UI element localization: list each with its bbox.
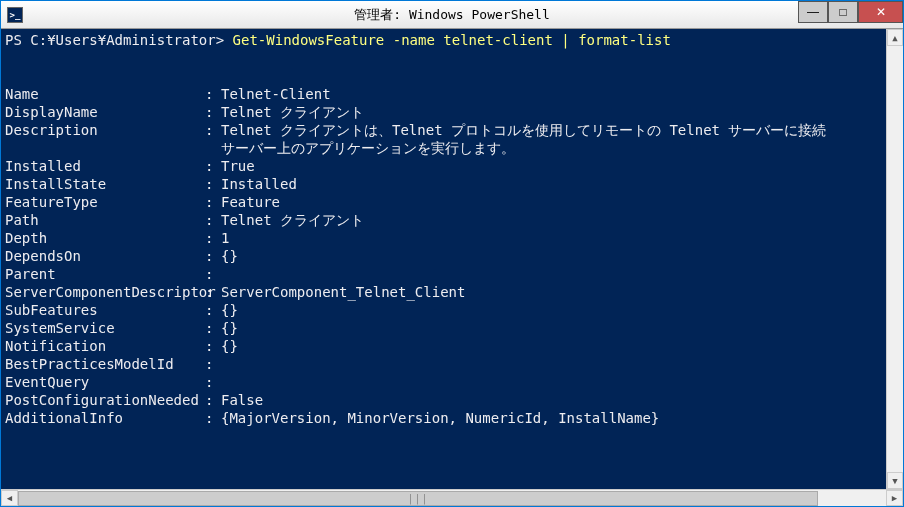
scroll-down-button[interactable]: ▼ [887, 472, 903, 489]
scroll-right-button[interactable]: ▶ [886, 490, 903, 506]
property-row: Depth: 1 [5, 229, 882, 247]
property-key: Installed [5, 157, 205, 175]
property-row: Parent: [5, 265, 882, 283]
titlebar[interactable]: >_ 管理者: Windows PowerShell — □ ✕ [1, 1, 903, 29]
window-title: 管理者: Windows PowerShell [354, 6, 550, 24]
hscroll-track[interactable]: ||| [18, 490, 886, 506]
property-separator: : [205, 409, 221, 427]
vertical-scrollbar[interactable]: ▲ ▼ [886, 29, 903, 489]
property-value: True [221, 158, 255, 174]
property-key: EventQuery [5, 373, 205, 391]
property-row: ServerComponentDescriptor: ServerCompone… [5, 283, 882, 301]
property-row: Path: Telnet クライアント [5, 211, 882, 229]
powershell-icon: >_ [7, 7, 23, 23]
property-separator: : [205, 211, 221, 229]
scroll-up-button[interactable]: ▲ [887, 29, 903, 46]
blank-line [5, 67, 882, 85]
property-row: SubFeatures: {} [5, 301, 882, 319]
property-row: Name: Telnet-Client [5, 85, 882, 103]
powershell-window: >_ 管理者: Windows PowerShell — □ ✕ PS C:¥U… [0, 0, 904, 507]
property-key: Parent [5, 265, 205, 283]
property-row: EventQuery: [5, 373, 882, 391]
property-row: FeatureType: Feature [5, 193, 882, 211]
property-value: Installed [221, 176, 297, 192]
property-separator: : [205, 157, 221, 175]
property-separator: : [205, 265, 221, 283]
horizontal-scrollbar[interactable]: ◀ ||| ▶ [1, 489, 903, 506]
property-row: PostConfigurationNeeded: False [5, 391, 882, 409]
property-separator: : [205, 301, 221, 319]
hscroll-thumb[interactable]: ||| [18, 491, 818, 506]
blank-line [5, 49, 882, 67]
property-separator: : [205, 337, 221, 355]
property-value: {} [221, 248, 238, 264]
property-separator: : [205, 85, 221, 103]
property-value: Feature [221, 194, 280, 210]
property-row: Description: Telnet クライアントは、Telnet プロトコル… [5, 121, 882, 139]
property-row: サーバー上のアプリケーションを実行します。 [5, 139, 882, 157]
property-row: DisplayName: Telnet クライアント [5, 103, 882, 121]
property-row: AdditionalInfo: {MajorVersion, MinorVers… [5, 409, 882, 427]
minimize-button[interactable]: — [798, 1, 828, 23]
property-key: SubFeatures [5, 301, 205, 319]
property-separator [205, 139, 221, 157]
property-separator: : [205, 373, 221, 391]
property-separator: : [205, 103, 221, 121]
property-value: Telnet クライアント [221, 212, 364, 228]
property-row: Installed: True [5, 157, 882, 175]
property-separator: : [205, 247, 221, 265]
console-output[interactable]: PS C:¥Users¥Administrator> Get-WindowsFe… [1, 29, 886, 489]
property-value: ServerComponent_Telnet_Client [221, 284, 465, 300]
vscroll-track[interactable] [887, 46, 903, 472]
property-value: Telnet-Client [221, 86, 331, 102]
property-key: AdditionalInfo [5, 409, 205, 427]
property-value: {} [221, 320, 238, 336]
hscroll-grip-icon: ||| [407, 493, 428, 504]
property-value: サーバー上のアプリケーションを実行します。 [221, 140, 515, 156]
property-key: DisplayName [5, 103, 205, 121]
property-key: BestPracticesModelId [5, 355, 205, 373]
property-key: Notification [5, 337, 205, 355]
close-button[interactable]: ✕ [858, 1, 903, 23]
property-row: DependsOn: {} [5, 247, 882, 265]
property-key: DependsOn [5, 247, 205, 265]
property-separator: : [205, 319, 221, 337]
property-value: {MajorVersion, MinorVersion, NumericId, … [221, 410, 659, 426]
property-row: BestPracticesModelId: [5, 355, 882, 373]
property-row: SystemService: {} [5, 319, 882, 337]
property-row: InstallState: Installed [5, 175, 882, 193]
property-value: Telnet クライアント [221, 104, 364, 120]
property-separator: : [205, 283, 221, 301]
property-value: {} [221, 338, 238, 354]
property-key: Path [5, 211, 205, 229]
property-separator: : [205, 229, 221, 247]
property-row: Notification: {} [5, 337, 882, 355]
property-key: Description [5, 121, 205, 139]
property-separator: : [205, 193, 221, 211]
property-separator: : [205, 391, 221, 409]
property-key: Name [5, 85, 205, 103]
scroll-left-button[interactable]: ◀ [1, 490, 18, 506]
content-area: PS C:¥Users¥Administrator> Get-WindowsFe… [1, 29, 903, 506]
command-line: PS C:¥Users¥Administrator> Get-WindowsFe… [5, 31, 882, 49]
property-key: PostConfigurationNeeded [5, 391, 205, 409]
window-controls: — □ ✕ [798, 1, 903, 28]
property-key: FeatureType [5, 193, 205, 211]
property-key: Depth [5, 229, 205, 247]
property-separator: : [205, 175, 221, 193]
property-key: InstallState [5, 175, 205, 193]
maximize-button[interactable]: □ [828, 1, 858, 23]
property-key: SystemService [5, 319, 205, 337]
command-text: Get-WindowsFeature -name telnet-client |… [233, 32, 671, 48]
property-value: Telnet クライアントは、Telnet プロトコルを使用してリモートの Te… [221, 122, 826, 138]
property-separator: : [205, 121, 221, 139]
property-value: 1 [221, 230, 229, 246]
property-value: {} [221, 302, 238, 318]
property-key: ServerComponentDescriptor [5, 283, 205, 301]
property-separator: : [205, 355, 221, 373]
property-value: False [221, 392, 263, 408]
prompt-text: PS C:¥Users¥Administrator> [5, 32, 233, 48]
